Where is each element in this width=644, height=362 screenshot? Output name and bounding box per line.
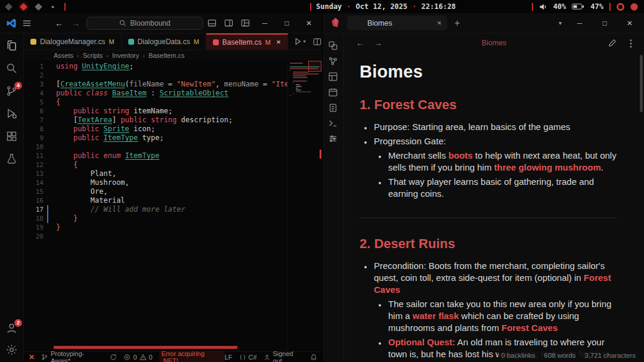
horizontal-scrollbar[interactable]: [54, 346, 237, 349]
separator: [609, 3, 611, 11]
back-arrow-icon[interactable]: ←: [55, 18, 63, 28]
tab-label: BaseItem.cs: [222, 38, 262, 47]
explorer-icon[interactable]: [5, 39, 18, 52]
code-line: public class BaseItem : ScriptableObject: [56, 89, 322, 98]
workspace-icon-2-active[interactable]: [20, 3, 27, 11]
maximize-button[interactable]: □: [280, 19, 294, 27]
account-status[interactable]: Signed out: [264, 350, 304, 362]
command-center-search[interactable]: Bloombound: [86, 17, 203, 30]
run-button[interactable]: ▾: [294, 38, 305, 45]
canvas-icon[interactable]: [328, 72, 338, 82]
new-tab-button[interactable]: +: [454, 18, 460, 29]
obsidian-window: Biomes ✕ + ▾ ─ □ ✕: [322, 13, 644, 362]
breadcrumb-item[interactable]: Assets: [54, 52, 73, 59]
code-line: public string itemName;: [56, 107, 322, 116]
forward-arrow-icon[interactable]: →: [72, 18, 80, 28]
maximize-button[interactable]: □: [597, 19, 612, 27]
eol-indicator[interactable]: LF: [225, 354, 233, 361]
language-mode[interactable]: C#: [239, 354, 257, 361]
edit-mode-pencil-icon[interactable]: [608, 39, 617, 47]
run-debug-icon[interactable]: [5, 107, 18, 120]
account-icon[interactable]: 2: [5, 322, 18, 335]
list-item: That way player learns basic of gatherin…: [387, 176, 617, 200]
split-editor-icon[interactable]: [313, 38, 321, 46]
workspace-icon-4[interactable]: ✦: [51, 2, 55, 11]
notifications-bell-icon[interactable]: [310, 354, 317, 361]
forward-arrow-icon[interactable]: →: [374, 38, 382, 48]
breadcrumb-item[interactable]: Scripts: [83, 52, 103, 59]
git-branch-item[interactable]: Protoyping-Awais*: [41, 350, 103, 362]
workspace-icon-3[interactable]: [35, 3, 42, 11]
code-area[interactable]: using UnityEngine;[CreateAssetMenu(fileN…: [52, 60, 322, 351]
minimap[interactable]: [287, 60, 322, 351]
more-options-icon[interactable]: ⋮: [626, 38, 636, 49]
editor-tab[interactable]: BaseItem.csM✕: [206, 33, 289, 49]
code-line: Material: [56, 196, 322, 205]
code-line: Ore,: [56, 187, 322, 196]
note-sections: 1. Forest CavesPurpose: Starting area, l…: [360, 97, 617, 362]
separator: [310, 3, 311, 11]
text-cursor: [47, 205, 48, 223]
testing-icon[interactable]: [5, 153, 18, 165]
menu-icon[interactable]: [23, 19, 31, 27]
breadcrumb-item[interactable]: BaseItem.cs: [148, 52, 185, 59]
line-number: 16: [24, 196, 52, 205]
editor-tab[interactable]: DialogueData.csM: [122, 33, 206, 49]
terminal-icon[interactable]: [328, 118, 338, 128]
tray-icon-2[interactable]: [630, 3, 638, 11]
close-button[interactable]: ✕: [302, 19, 316, 27]
highlighted-term: three glowing mushroom: [494, 162, 601, 172]
back-arrow-icon[interactable]: ←: [356, 38, 364, 48]
highlighted-term: boots: [448, 150, 473, 160]
sync-icon[interactable]: [110, 354, 117, 361]
quick-switcher-icon[interactable]: [328, 41, 338, 51]
minimize-button[interactable]: ─: [258, 19, 272, 27]
obsidian-window-actions: ▾ ─ □ ✕: [559, 19, 637, 27]
customize-layout-icon[interactable]: [241, 18, 250, 27]
templates-icon[interactable]: [328, 103, 338, 113]
minimap-viewport[interactable]: [308, 61, 321, 72]
source-control-icon[interactable]: 4: [5, 85, 18, 97]
csharp-file-icon: [213, 39, 219, 45]
line-number: 10: [24, 143, 52, 151]
volume-icon[interactable]: [539, 3, 547, 11]
breadcrumb: Assets›Scripts›Inventory›BaseItem.cs: [24, 50, 322, 60]
code-editor[interactable]: 1234567891011121314151617181920 using Un…: [24, 60, 322, 351]
close-tab-icon[interactable]: ✕: [437, 20, 442, 26]
tab-label: DialogueData.cs: [138, 38, 190, 46]
code-line: [TextArea] public string description;: [56, 116, 322, 125]
toggle-secondary-sidebar-icon[interactable]: [224, 18, 233, 27]
close-tab-icon[interactable]: ✕: [276, 39, 281, 45]
tab-list-chevron-icon[interactable]: ▾: [559, 20, 562, 26]
line-number: 12: [24, 160, 52, 169]
line-number: 7: [24, 116, 52, 125]
line-number: 1: [24, 62, 52, 71]
tray-icon-1[interactable]: [617, 3, 624, 11]
code-line: [56, 71, 322, 80]
backlink-count[interactable]: 0 backlinks: [501, 352, 535, 359]
close-button[interactable]: ✕: [623, 19, 637, 27]
scm-pending-badge: 4: [14, 82, 22, 89]
toggle-panel-icon[interactable]: [208, 18, 216, 27]
settings-gear-icon[interactable]: [5, 344, 18, 356]
branch-name: Protoyping-Awais*: [51, 350, 104, 362]
minimize-button[interactable]: ─: [572, 19, 587, 27]
line-number: 20: [24, 232, 52, 241]
vertical-scrollbar[interactable]: [640, 55, 643, 112]
breadcrumb-item[interactable]: Inventory: [112, 52, 139, 59]
command-palette-icon[interactable]: [328, 134, 338, 144]
extensions-icon[interactable]: [5, 130, 18, 143]
note-tab[interactable]: Biomes ✕: [347, 16, 447, 30]
note-content[interactable]: Biomes 1. Forest CavesPurpose: Starting …: [344, 52, 644, 362]
line-number: 15: [24, 187, 52, 196]
dotnet-error-message[interactable]: Error acquiring .NET!: [159, 350, 225, 362]
remote-indicator[interactable]: ✕: [29, 353, 35, 361]
graph-view-icon[interactable]: [328, 56, 338, 66]
workspace-icon-1[interactable]: [5, 3, 13, 11]
problems-item[interactable]: 0 0: [123, 354, 152, 361]
daily-note-icon[interactable]: [328, 87, 338, 97]
system-tray: 40% 47%: [532, 2, 638, 11]
list-item: The sailor can take you to this new area…: [387, 298, 617, 334]
editor-tab[interactable]: DialogueManager.csM: [24, 33, 122, 49]
search-icon[interactable]: [5, 62, 18, 75]
